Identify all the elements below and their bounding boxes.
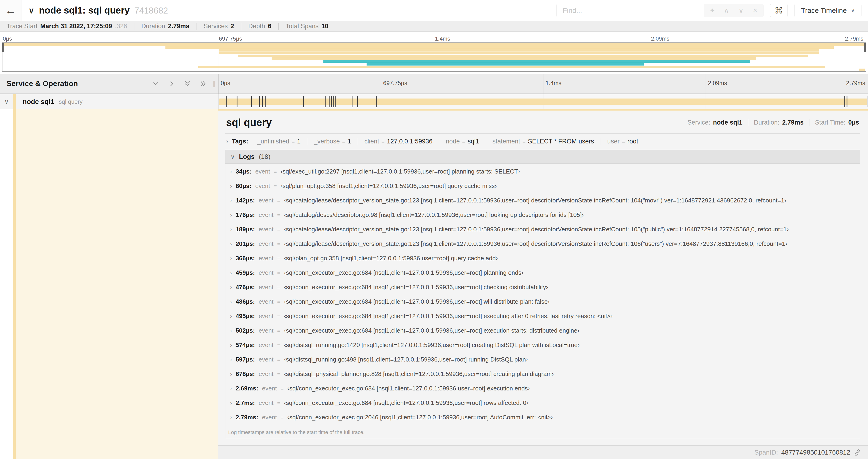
log-event-marker[interactable] bbox=[325, 96, 326, 107]
view-selector-chevron-down-icon: ∨ bbox=[851, 7, 855, 13]
log-entry[interactable]: › 189μs: event = ‹sql/catalog/lease/desc… bbox=[228, 223, 858, 238]
log-field-key: event bbox=[258, 370, 274, 378]
find-controls: ⌖ ∧ ∨ × bbox=[704, 4, 763, 17]
log-field-key: event bbox=[258, 356, 274, 363]
log-field-value: ‹sql/conn_executor_exec.go:684 [nsql1,cl… bbox=[284, 284, 548, 291]
summary-total-spans: Total Spans 10 bbox=[286, 23, 328, 30]
log-entry[interactable]: › 502μs: event = ‹sql/conn_executor_exec… bbox=[228, 325, 858, 339]
tags-accordion[interactable]: › Tags: _unfinished=1_verbose=1client=12… bbox=[225, 134, 860, 149]
keyboard-shortcuts-button[interactable]: ⌘ bbox=[770, 4, 788, 17]
detail-card-header: sql query Service: node sql1 Duration: 2… bbox=[225, 113, 860, 134]
expand-one-chevron-right-icon[interactable] bbox=[168, 80, 175, 88]
log-entry[interactable]: › 678μs: event = ‹sql/distsql_physical_p… bbox=[228, 368, 858, 383]
span-operation-title: sql query bbox=[226, 117, 272, 128]
log-entry[interactable]: › 176μs: event = ‹sql/catalog/descs/desc… bbox=[228, 209, 858, 223]
meta-value: node sql1 bbox=[713, 119, 742, 126]
minimap-canvas[interactable]: 0μs697.75μs1.4ms2.09ms2.79ms bbox=[2, 42, 866, 72]
log-entry[interactable]: › 142μs: event = ‹sql/catalog/lease/desc… bbox=[228, 195, 858, 209]
log-event-marker[interactable] bbox=[329, 96, 330, 107]
trace-timeline-page: ← ∨ node sql1: sql query 7418682 ⌖ ∧ ∨ ×… bbox=[0, 0, 868, 459]
clear-search-icon[interactable]: × bbox=[753, 6, 757, 15]
log-timestamp: 366μs: bbox=[236, 255, 255, 262]
log-field-key: event bbox=[258, 399, 274, 406]
log-field-key: event bbox=[262, 414, 277, 421]
log-entry[interactable]: › 486μs: event = ‹sql/conn_executor_exec… bbox=[228, 296, 858, 310]
span-duration-bar[interactable] bbox=[219, 99, 867, 105]
span-expander-chevron-down-icon[interactable]: ∨ bbox=[0, 98, 13, 105]
tag-item: node=sql1 bbox=[439, 138, 486, 145]
expand-all-double-chevron-right-icon[interactable] bbox=[199, 80, 207, 88]
log-field-key: event bbox=[258, 341, 274, 349]
summary-label: Duration bbox=[142, 23, 165, 30]
log-event-marker[interactable] bbox=[335, 96, 336, 107]
log-event-marker[interactable] bbox=[303, 96, 304, 107]
log-field-key: event bbox=[262, 385, 277, 392]
log-event-marker[interactable] bbox=[226, 96, 226, 107]
log-field-value: ‹sql/conn_executor_exec.go:684 [nsql1,cl… bbox=[284, 399, 528, 406]
log-field-value: ‹sql/distsql_running.go:1420 [nsql1,clie… bbox=[284, 341, 580, 349]
log-event-marker[interactable] bbox=[376, 96, 377, 107]
log-entry[interactable]: › 597μs: event = ‹sql/distsql_running.go… bbox=[228, 354, 858, 368]
log-timestamp: 2.69ms: bbox=[236, 385, 258, 392]
log-entry[interactable]: › 201μs: event = ‹sql/catalog/lease/desc… bbox=[228, 238, 858, 252]
logs-header[interactable]: ∨ Logs (18) bbox=[225, 150, 860, 164]
timeline-ruler: 0μs697.75μs1.4ms2.09ms2.79ms bbox=[218, 74, 868, 94]
log-field-key: event bbox=[258, 240, 274, 248]
span-row-name-column: ∨ node sql1 sql query bbox=[0, 94, 218, 109]
log-chevron-right-icon: › bbox=[230, 284, 232, 291]
find-input[interactable] bbox=[557, 4, 704, 17]
locate-icon[interactable]: ⌖ bbox=[710, 6, 714, 15]
column-resizer-grip[interactable]: ∥ bbox=[213, 80, 216, 88]
log-event-marker[interactable] bbox=[251, 96, 252, 107]
back-button[interactable]: ← bbox=[0, 0, 22, 21]
log-equals: = bbox=[280, 386, 283, 392]
log-event-marker[interactable] bbox=[357, 96, 358, 107]
log-event-marker[interactable] bbox=[259, 96, 260, 107]
log-equals: = bbox=[277, 357, 280, 363]
deep-link-icon[interactable] bbox=[854, 449, 861, 456]
log-equals: = bbox=[277, 270, 280, 276]
log-entry[interactable]: › 574μs: event = ‹sql/distsql_running.go… bbox=[228, 339, 858, 354]
log-entry[interactable]: › 2.69ms: event = ‹sql/conn_executor_exe… bbox=[228, 383, 858, 397]
log-event-marker[interactable] bbox=[844, 96, 845, 107]
log-timestamp: 574μs: bbox=[236, 341, 255, 349]
trace-title-group[interactable]: ∨ node sql1: sql query 7418682 bbox=[28, 5, 168, 15]
tags-list: _unfinished=1_verbose=1client=127.0.0.1:… bbox=[251, 138, 645, 145]
minimap-left-drag-handle[interactable] bbox=[2, 43, 4, 52]
log-timestamp: 597μs: bbox=[236, 356, 255, 363]
collapse-all-double-chevron-down-icon[interactable] bbox=[184, 80, 191, 88]
log-event-marker[interactable] bbox=[262, 96, 263, 107]
span-row-timeline[interactable]: 0μs697.75μs1.4ms2.09ms2.79ms bbox=[218, 94, 868, 109]
log-field-key: event bbox=[255, 183, 270, 190]
log-entry[interactable]: › 366μs: event = ‹sql/plan_opt.go:358 [n… bbox=[228, 252, 858, 267]
view-selector-button[interactable]: Trace Timeline ∨ bbox=[794, 4, 862, 17]
next-result-icon[interactable]: ∨ bbox=[738, 6, 744, 15]
span-meta: Service: node sql1 Duration: 2.79ms Star… bbox=[687, 119, 859, 126]
log-field-value: ‹sql/catalog/lease/descriptor_version_st… bbox=[284, 197, 786, 204]
log-entry[interactable]: › 2.79ms: event = ‹sql/conn_executor_exe… bbox=[228, 412, 858, 426]
log-timestamp: 2.7ms: bbox=[236, 399, 255, 406]
span-row[interactable]: ∨ node sql1 sql query 0μs697.75μs1.4ms2.… bbox=[0, 94, 868, 109]
log-entry[interactable]: › 80μs: event = ‹sql/plan_opt.go:358 [ns… bbox=[228, 180, 858, 195]
log-event-marker[interactable] bbox=[352, 96, 352, 107]
log-chevron-right-icon: › bbox=[230, 342, 232, 349]
summary-divider bbox=[134, 23, 134, 30]
logs-title: Logs bbox=[239, 153, 254, 160]
log-entry[interactable]: › 459μs: event = ‹sql/conn_executor_exec… bbox=[228, 267, 858, 281]
log-entry[interactable]: › 2.7ms: event = ‹sql/conn_executor_exec… bbox=[228, 397, 858, 412]
collapse-one-chevron-down-icon[interactable] bbox=[152, 80, 159, 88]
log-event-marker[interactable] bbox=[847, 96, 847, 107]
prev-result-icon[interactable]: ∧ bbox=[724, 6, 729, 15]
log-entry[interactable]: › 476μs: event = ‹sql/conn_executor_exec… bbox=[228, 281, 858, 296]
minimap-right-drag-handle[interactable] bbox=[864, 43, 866, 52]
log-entry[interactable]: › 34μs: event = ‹sql/exec_util.go:2297 [… bbox=[228, 166, 858, 180]
log-equals: = bbox=[277, 400, 280, 406]
log-event-marker[interactable] bbox=[237, 96, 237, 107]
span-detail-card: sql query Service: node sql1 Duration: 2… bbox=[218, 110, 868, 446]
title-chevron-down-icon: ∨ bbox=[28, 6, 34, 15]
log-event-marker[interactable] bbox=[331, 96, 332, 107]
log-event-marker[interactable] bbox=[265, 96, 266, 107]
log-event-marker[interactable] bbox=[333, 96, 334, 107]
minimap-span-bar bbox=[165, 46, 834, 49]
log-entry[interactable]: › 495μs: event = ‹sql/conn_executor_exec… bbox=[228, 310, 858, 325]
